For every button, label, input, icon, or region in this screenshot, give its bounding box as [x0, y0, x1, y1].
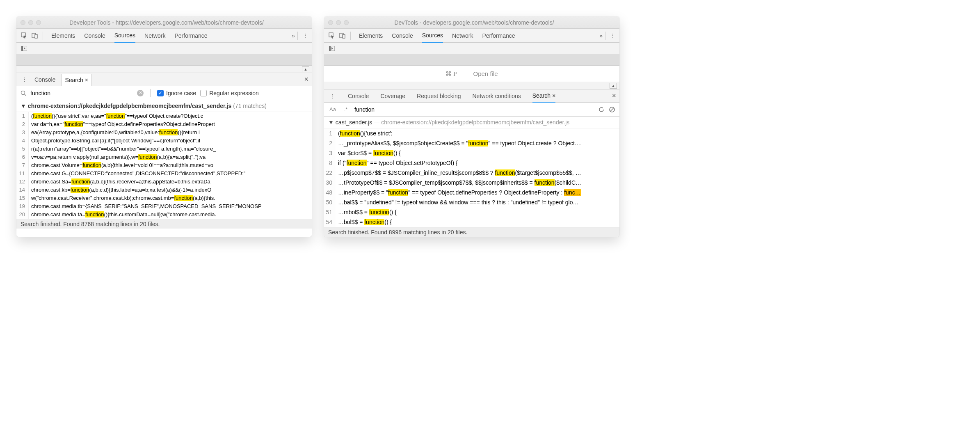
menu-icon[interactable]: ⋮ — [300, 32, 309, 39]
result-line[interactable]: 5r(a);return"array"==b||"object"==b&&"nu… — [16, 145, 312, 153]
tab-performance[interactable]: Performance — [174, 29, 207, 43]
result-line[interactable]: 48…ineProperty$$ = "function" == typeof … — [324, 188, 619, 197]
expand-pane-icon[interactable]: ▲ — [302, 66, 309, 72]
result-line[interactable]: 1(function(){'use strict'; — [324, 128, 619, 138]
result-line[interactable]: 12chrome.cast.Sa=function(a,b,c){this.re… — [16, 178, 312, 186]
close-drawer-icon[interactable]: × — [612, 92, 616, 100]
result-file-header[interactable]: ▼ chrome-extension://pkedcjkdefgpdelpbcm… — [16, 100, 312, 112]
show-navigator-icon[interactable] — [327, 43, 337, 54]
tab-console[interactable]: Console — [84, 29, 105, 43]
result-line[interactable]: 11chrome.cast.G={CONNECTED:"connected",D… — [16, 169, 312, 178]
search-input[interactable] — [30, 90, 133, 96]
drawer-tab-search[interactable]: Search × — [532, 89, 556, 103]
match-case-icon[interactable]: Aa — [328, 106, 337, 112]
result-line[interactable]: 15w("chrome.cast.Receiver",chrome.cast.k… — [16, 194, 312, 202]
drawer-tab-network-conditions[interactable]: Network conditions — [472, 89, 521, 103]
expand-pane-icon[interactable]: ▲ — [610, 83, 617, 89]
line-number: 8 — [324, 158, 336, 168]
tab-network[interactable]: Network — [144, 29, 165, 43]
tab-elements[interactable]: Elements — [359, 29, 383, 43]
result-line[interactable]: 2…_prototypeAlias$$, $$jscomp$objectCrea… — [324, 138, 619, 148]
line-code: …_prototypeAlias$$, $$jscomp$objectCreat… — [336, 138, 582, 148]
disclosure-triangle-icon[interactable]: ▼ — [21, 103, 26, 109]
line-number: 54 — [324, 217, 336, 227]
disclosure-triangle-icon[interactable]: ▼ — [328, 119, 334, 126]
overflow-icon[interactable]: » — [599, 32, 603, 39]
overflow-icon[interactable]: » — [292, 32, 295, 39]
titlebar: Developer Tools - https://developers.goo… — [16, 16, 312, 29]
line-code: chrome.cast.Sa=function(a,b,c){this.rece… — [29, 178, 210, 186]
drawer-tabs: ⋮ Console Search × × — [16, 73, 312, 86]
line-code: chrome.cast.media.ta=function(){this.cus… — [29, 210, 216, 219]
ignore-case-checkbox[interactable]: ✓ Ignore case — [157, 90, 196, 96]
regex-checkbox[interactable]: Regular expression — [200, 90, 259, 96]
line-code: chrome.cast.G={CONNECTED:"connected",DIS… — [29, 169, 245, 178]
devtools-window-right: DevTools - developers.google.com/web/too… — [324, 16, 619, 237]
result-line[interactable]: 54…bol$$ = function() { — [324, 217, 619, 227]
close-dot[interactable] — [328, 20, 333, 25]
result-line[interactable]: 19chrome.cast.media.tb={SANS_SERIF:"SANS… — [16, 202, 312, 210]
result-line[interactable]: 8if ("function" == typeof Object.setProt… — [324, 158, 619, 168]
tab-performance[interactable]: Performance — [482, 29, 515, 43]
line-number: 3 — [16, 128, 29, 137]
line-code: if ("function" == typeof Object.setProto… — [336, 158, 458, 168]
result-line[interactable]: 7chrome.cast.Volume=function(a,b){this.l… — [16, 161, 312, 169]
inspect-icon[interactable] — [327, 30, 337, 41]
zoom-dot[interactable] — [344, 20, 349, 25]
menu-icon[interactable]: ⋮ — [608, 32, 617, 39]
result-line[interactable]: 20chrome.cast.media.ta=function(){this.c… — [16, 210, 312, 219]
inspect-icon[interactable] — [19, 30, 30, 41]
line-code: w("chrome.cast.Receiver",chrome.cast.kb)… — [29, 194, 215, 202]
result-file-header[interactable]: ▼ cast_sender.js — chrome-extension://pk… — [324, 117, 619, 128]
drawer-tab-request-blocking[interactable]: Request blocking — [417, 89, 461, 103]
result-line[interactable]: 3var $ctor$$ = function() { — [324, 148, 619, 158]
drawer-tab-search[interactable]: Search × — [61, 74, 92, 86]
regex-icon[interactable]: .* — [341, 106, 350, 112]
close-tab-icon[interactable]: × — [552, 92, 555, 99]
result-line[interactable]: 2var da=h,ea="function"==typeof Object.d… — [16, 120, 312, 128]
drawer-tab-coverage[interactable]: Coverage — [380, 89, 405, 103]
result-line[interactable]: 22…p$jscomp$7$$ = $JSCompiler_inline_res… — [324, 168, 619, 178]
panel-tabs: ElementsConsoleSourcesNetworkPerformance — [51, 29, 292, 43]
show-navigator-icon[interactable] — [19, 43, 30, 54]
result-line[interactable]: 14chrome.cast.kb=function(a,b,c,d){this.… — [16, 186, 312, 194]
search-bar: Aa .* — [324, 103, 619, 117]
close-tab-icon[interactable]: × — [85, 77, 88, 83]
line-number: 7 — [16, 161, 29, 169]
main-tabbar: ElementsConsoleSourcesNetworkPerformance… — [16, 29, 312, 43]
tab-sources[interactable]: Sources — [114, 29, 135, 43]
result-line[interactable]: 51…mbol$$ = function() { — [324, 207, 619, 217]
tab-elements[interactable]: Elements — [51, 29, 75, 43]
tab-network[interactable]: Network — [452, 29, 473, 43]
result-line[interactable]: 30…tPrototypeOf$$ = $JSCompiler_temp$jsc… — [324, 178, 619, 188]
result-line[interactable]: 1(function(){'use strict';var e,aa="func… — [16, 112, 312, 120]
drawer-menu-icon[interactable]: ⋮ — [20, 76, 29, 83]
drawer-tab-console[interactable]: Console — [34, 73, 55, 86]
search-results: 1(function(){'use strict';2…_prototypeAl… — [324, 128, 619, 227]
result-line[interactable]: 3ea(Array.prototype,a,{configurable:!0,w… — [16, 128, 312, 137]
close-drawer-icon[interactable]: × — [304, 75, 308, 84]
minimize-dot[interactable] — [28, 20, 33, 25]
clear-search-icon[interactable]: ✕ — [137, 90, 144, 96]
result-line[interactable]: 6v=oa:v=pa;return v.apply(null,arguments… — [16, 153, 312, 161]
line-code: r(a);return"array"==b||"object"==b&&"num… — [29, 145, 216, 153]
result-line[interactable]: 50…bal$$ = "undefined" != typeof window … — [324, 197, 619, 207]
device-toggle-icon[interactable] — [30, 30, 40, 41]
line-number: 12 — [16, 178, 29, 186]
line-number: 51 — [324, 207, 336, 217]
line-code: …p$jscomp$7$$ = $JSCompiler_inline_resul… — [336, 168, 581, 178]
result-line[interactable]: 4Object.prototype.toString.call(a);if("[… — [16, 137, 312, 145]
clear-icon[interactable] — [609, 106, 615, 113]
drawer-menu-icon[interactable]: ⋮ — [327, 93, 336, 99]
search-input[interactable] — [354, 106, 594, 113]
checkbox-icon — [200, 90, 207, 96]
zoom-dot[interactable] — [36, 20, 41, 25]
drawer-tab-console[interactable]: Console — [348, 89, 369, 103]
tab-sources[interactable]: Sources — [422, 29, 443, 43]
close-dot[interactable] — [21, 20, 25, 25]
refresh-icon[interactable] — [598, 106, 605, 113]
svg-rect-11 — [329, 46, 331, 51]
device-toggle-icon[interactable] — [337, 30, 348, 41]
tab-console[interactable]: Console — [392, 29, 413, 43]
minimize-dot[interactable] — [336, 20, 341, 25]
